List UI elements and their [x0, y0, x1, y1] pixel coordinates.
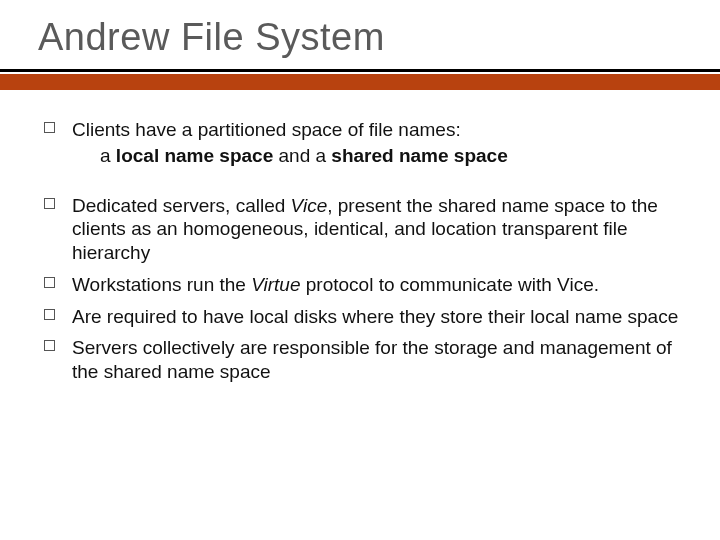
- rule-thin: [0, 69, 720, 72]
- rule-thick: [0, 74, 720, 90]
- bullet-list: Clients have a partitioned space of file…: [38, 118, 682, 384]
- list-item: Dedicated servers, called Vice, present …: [38, 194, 682, 265]
- list-item: Servers collectively are responsible for…: [38, 336, 682, 384]
- content-area: Clients have a partitioned space of file…: [38, 118, 682, 384]
- title-rule: [0, 69, 720, 90]
- list-item: Workstations run the Virtue protocol to …: [38, 273, 682, 297]
- list-item: Clients have a partitioned space of file…: [38, 118, 682, 168]
- slide: Andrew File System Clients have a partit…: [0, 0, 720, 540]
- list-item: Are required to have local disks where t…: [38, 305, 682, 329]
- page-title: Andrew File System: [38, 16, 682, 59]
